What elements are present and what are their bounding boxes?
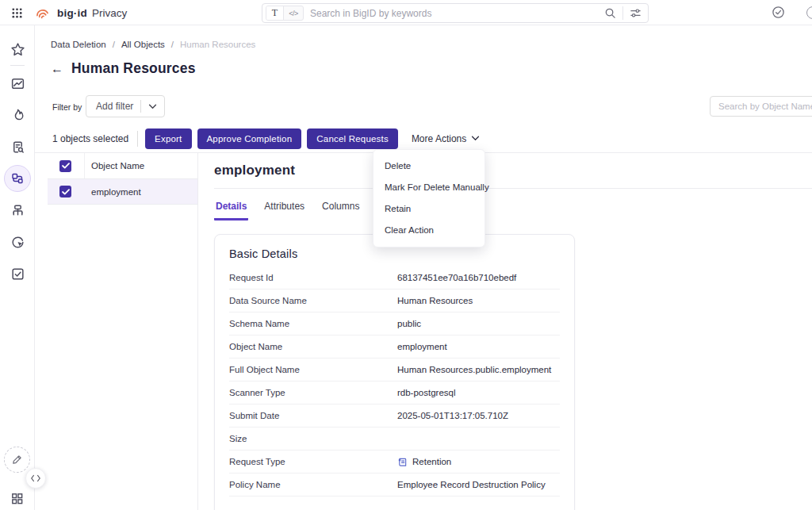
field-row-policy-name: Policy Name Employee Record Destruction … — [229, 474, 560, 497]
field-label: Object Name — [229, 342, 397, 351]
apps-grid-button[interactable] — [10, 492, 24, 505]
apps-grid-icon — [10, 492, 24, 505]
breadcrumb-all-objects[interactable]: All Objects — [121, 40, 165, 49]
data-deletion-icon — [10, 171, 25, 186]
title-row: ← Human Resources — [51, 60, 196, 77]
tab-details[interactable]: Details — [214, 199, 248, 220]
sidebar-item-catalog[interactable] — [0, 131, 35, 163]
field-label: Request Type — [229, 457, 397, 466]
breadcrumb: Data Deletion / All Objects / Human Reso… — [51, 40, 255, 49]
field-label: Submit Date — [229, 411, 397, 420]
tasks-square-icon — [10, 267, 25, 282]
code-mode-icon[interactable]: </> — [284, 6, 303, 21]
action-row: 1 objects selected Export Approve Comple… — [52, 128, 480, 149]
favorites-star-icon — [10, 42, 25, 57]
left-nav-rail — [0, 25, 35, 510]
sidebar-item-tasks[interactable] — [0, 258, 35, 290]
request-type-value: Retention — [412, 457, 451, 466]
checkbox-check-icon — [62, 163, 70, 169]
tasks-check-icon[interactable] — [772, 6, 785, 19]
brand-name: big·id — [57, 7, 87, 19]
sidebar-item-governance[interactable] — [0, 226, 35, 258]
field-row-scanner-type: Scanner Type rdb-postgresql — [229, 382, 560, 405]
object-row-label: employment — [91, 187, 141, 197]
add-filter-button[interactable]: Add filter — [86, 95, 165, 117]
more-actions-button[interactable]: More Actions — [412, 133, 480, 144]
object-row-employment[interactable]: employment — [48, 179, 197, 205]
sidebar-item-data-deletion[interactable] — [0, 163, 35, 194]
detail-title: employment — [214, 163, 295, 178]
partial-avatar[interactable] — [806, 6, 812, 19]
field-label: Schema Name — [229, 319, 397, 328]
global-search[interactable]: T </> — [262, 3, 649, 23]
annotate-pencil-button[interactable] — [4, 447, 30, 473]
object-name-column-header[interactable]: Object Name — [91, 161, 144, 171]
field-value: Human Resources — [397, 296, 473, 305]
menu-item-retain[interactable]: Retain — [373, 198, 485, 220]
search-mode-toggle: T </> — [266, 6, 304, 21]
tab-columns[interactable]: Columns — [320, 199, 361, 220]
object-list: Object Name employment — [48, 153, 198, 510]
selection-summary: 1 objects selected — [52, 133, 128, 144]
field-label: Scanner Type — [229, 388, 397, 397]
field-label: Data Source Name — [229, 296, 397, 305]
field-label: Request Id — [229, 273, 397, 282]
governance-cursor-icon — [10, 235, 25, 250]
topbar-right — [772, 6, 785, 19]
export-button[interactable]: Export — [145, 128, 191, 149]
basic-details-card: Basic Details Request Id 68137451ee70a16… — [214, 234, 575, 510]
scroll-icon — [397, 457, 408, 467]
sidebar-item-favorites[interactable] — [0, 35, 35, 63]
brand-product: Privacy — [92, 7, 127, 19]
select-all-checkbox[interactable] — [59, 160, 71, 172]
object-name-search-input[interactable] — [710, 96, 812, 117]
field-row-request-type: Request Type Retention — [229, 451, 560, 474]
field-row-data-source-name: Data Source Name Human Resources — [229, 290, 560, 313]
field-label: Policy Name — [229, 480, 397, 489]
more-actions-menu: Delete Mark For Delete Manually Retain C… — [373, 149, 485, 247]
search-icon[interactable] — [604, 7, 616, 19]
menu-item-delete[interactable]: Delete — [373, 155, 485, 177]
field-value: 2025-05-01T13:17:05.710Z — [397, 411, 508, 420]
app-root: big·id Privacy T </> — [0, 0, 812, 510]
sidebar-item-hierarchy[interactable] — [0, 194, 35, 226]
breadcrumb-separator: / — [171, 40, 174, 49]
sidebar-item-dashboard[interactable] — [0, 67, 35, 99]
action-divider — [137, 131, 138, 147]
sidebar-item-risk[interactable] — [0, 99, 35, 131]
global-search-input[interactable] — [310, 8, 604, 19]
menu-item-clear-action[interactable]: Clear Action — [373, 220, 485, 241]
breadcrumb-separator: / — [113, 40, 115, 49]
field-row-size: Size — [229, 428, 560, 451]
field-value: Employee Record Destruction Policy — [397, 480, 546, 489]
topbar: big·id Privacy T </> — [0, 0, 812, 25]
chevron-down-icon[interactable] — [148, 104, 157, 109]
app-grid-icon[interactable] — [11, 7, 23, 19]
field-label: Size — [229, 434, 397, 443]
column-divider — [84, 153, 85, 178]
panel-collapse-handle[interactable] — [25, 468, 46, 489]
catalog-search-icon — [10, 140, 25, 155]
menu-item-mark-for-delete-manually[interactable]: Mark For Delete Manually — [373, 177, 485, 198]
page-title: Human Resources — [71, 60, 196, 77]
row-checkbox[interactable] — [59, 186, 71, 197]
field-row-full-object-name: Full Object Name Human Resources.public.… — [229, 359, 560, 382]
approve-completion-button[interactable]: Approve Completion — [197, 128, 302, 149]
field-value: public — [397, 319, 421, 328]
detail-panel: employment Details Attributes Columns Pr… — [198, 153, 812, 510]
field-row-request-id: Request Id 68137451ee70a16b710ebedf — [229, 267, 560, 290]
field-label: Full Object Name — [229, 365, 397, 374]
rail-divider — [10, 65, 25, 66]
breadcrumb-data-deletion[interactable]: Data Deletion — [51, 40, 106, 49]
field-value: 68137451ee70a16b710ebedf — [397, 273, 516, 282]
field-row-schema-name: Schema Name public — [229, 313, 560, 336]
text-mode-icon[interactable]: T — [266, 6, 284, 21]
advanced-search-icon[interactable] — [630, 7, 642, 19]
checkbox-check-icon — [62, 189, 70, 195]
back-arrow-icon[interactable]: ← — [51, 63, 63, 75]
searchbar-divider — [622, 6, 623, 20]
detail-divider — [214, 188, 812, 189]
cancel-requests-button[interactable]: Cancel Requests — [307, 128, 398, 149]
topbar-left: big·id Privacy — [11, 0, 127, 25]
tab-attributes[interactable]: Attributes — [262, 199, 306, 220]
